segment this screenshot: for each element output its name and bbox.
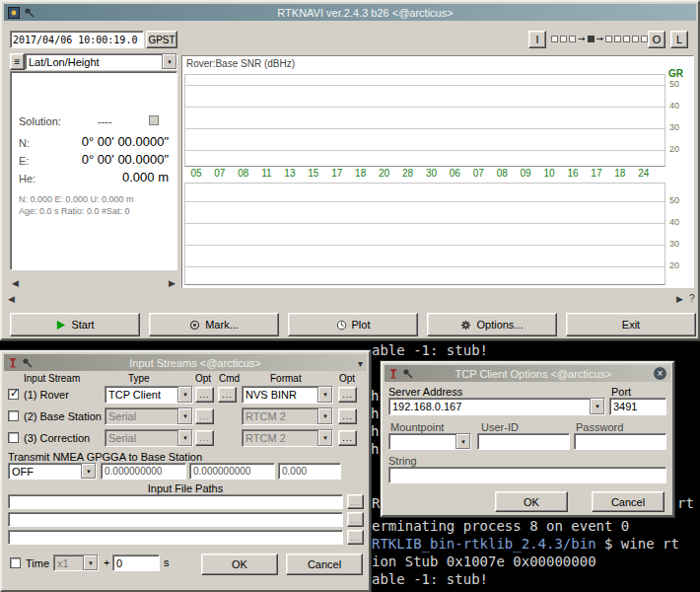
gear-icon bbox=[460, 320, 471, 331]
satellite-id: 20 bbox=[379, 168, 389, 179]
satellite-id: 10 bbox=[543, 168, 554, 179]
file-path-field-2[interactable] bbox=[8, 512, 343, 527]
password-field[interactable] bbox=[574, 433, 666, 450]
satellite-id: 07 bbox=[473, 168, 484, 179]
base-station-checkbox[interactable] bbox=[8, 410, 19, 421]
rover-format-opt-button[interactable]: ... bbox=[338, 387, 357, 403]
rtknavi-window: RTKNAVI ver.2.4.3 b26 <@arcticus> 2017/0… bbox=[0, 0, 700, 340]
chevron-down-icon[interactable] bbox=[177, 408, 192, 424]
chevron-down-icon[interactable] bbox=[590, 399, 604, 414]
list-icon[interactable]: ≡ bbox=[10, 53, 25, 70]
prev-solution-button[interactable]: ◀ bbox=[12, 278, 19, 288]
correction-format-select[interactable]: RTCM 2 bbox=[242, 429, 333, 447]
string-field[interactable] bbox=[388, 467, 666, 483]
file-paths-label: Input File Paths bbox=[2, 482, 369, 494]
time-offset-field[interactable]: 0 bbox=[112, 555, 160, 571]
satellite-id: 30 bbox=[426, 168, 437, 179]
y-tick: 40 bbox=[669, 101, 679, 111]
plus-label: + bbox=[104, 556, 109, 568]
base-format-select[interactable]: RTCM 2 bbox=[242, 407, 333, 425]
satellite-id: 15 bbox=[308, 168, 318, 179]
start-button-label: Start bbox=[71, 319, 94, 331]
chevron-down-icon[interactable] bbox=[317, 408, 332, 424]
display-mode-select[interactable]: Lat/Lon/Height bbox=[25, 53, 177, 70]
wine-glass-icon bbox=[388, 368, 398, 380]
time-checkbox[interactable] bbox=[10, 557, 21, 568]
port-field[interactable]: 3491 bbox=[609, 398, 666, 415]
nmea-height-field[interactable]: 0.000 bbox=[278, 463, 341, 480]
input-streams-indicator-button[interactable]: I bbox=[528, 31, 546, 48]
correction-checkbox[interactable] bbox=[8, 432, 19, 443]
chevron-down-icon[interactable] bbox=[455, 434, 470, 449]
base-station-label: (2) Base Station bbox=[24, 410, 102, 422]
rover-cmd-button[interactable]: ... bbox=[218, 387, 237, 403]
nmea-lon-field[interactable]: 0.000000000 bbox=[189, 463, 275, 480]
next-page-button[interactable]: ▶ bbox=[676, 294, 683, 304]
nmea-lat-field[interactable]: 0.000000000 bbox=[101, 463, 186, 480]
file-path-browse-button-2[interactable]: ... bbox=[347, 512, 364, 527]
options-button[interactable]: Options... bbox=[427, 313, 557, 336]
rtknavi-titlebar[interactable]: RTKNAVI ver.2.4.3 b26 <@arcticus> bbox=[4, 4, 696, 21]
exit-button-label: Exit bbox=[622, 319, 640, 331]
exit-button[interactable]: Exit bbox=[566, 313, 696, 336]
server-address-select[interactable]: 192.168.0.167 bbox=[388, 398, 605, 415]
mountpoint-select[interactable] bbox=[388, 433, 471, 450]
satellite-id: 28 bbox=[402, 168, 413, 179]
stream-led bbox=[623, 36, 630, 42]
correction-opt-button[interactable]: ... bbox=[195, 430, 214, 446]
terminal-line: ion Stub 0x1007e 0x00000000 bbox=[372, 554, 596, 569]
satellite-id: 07 bbox=[214, 168, 225, 179]
chevron-down-icon[interactable] bbox=[177, 430, 192, 446]
correction-type-select[interactable]: Serial bbox=[105, 429, 193, 447]
plot-button-label: Plot bbox=[352, 319, 371, 331]
tcp-options-cancel-button[interactable]: Cancel bbox=[592, 491, 665, 512]
chevron-down-icon[interactable] bbox=[81, 464, 96, 479]
coord-label: E: bbox=[19, 155, 29, 167]
chevron-down-icon[interactable] bbox=[162, 54, 176, 69]
nmea-mode-select[interactable]: OFF bbox=[8, 463, 97, 480]
output-streams-indicator-button[interactable]: O bbox=[648, 31, 665, 48]
pin-icon[interactable] bbox=[22, 357, 33, 368]
input-streams-ok-button[interactable]: OK bbox=[201, 554, 278, 575]
user-id-field[interactable] bbox=[477, 433, 570, 450]
base-format-opt-button[interactable]: ... bbox=[338, 408, 357, 424]
time-multiplier-select[interactable]: x1 bbox=[53, 555, 99, 571]
base-opt-button[interactable]: ... bbox=[195, 408, 214, 424]
pin-icon[interactable] bbox=[402, 368, 413, 379]
chevron-down-icon[interactable] bbox=[317, 430, 332, 446]
input-streams-titlebar[interactable]: Input Streams <@arcticus> bbox=[4, 354, 367, 371]
terminal-line: able -1: stub! bbox=[372, 571, 488, 587]
log-streams-indicator-button[interactable]: L bbox=[670, 31, 688, 48]
file-path-browse-button-3[interactable]: ... bbox=[347, 530, 364, 545]
correction-format-opt-button[interactable]: ... bbox=[338, 430, 357, 446]
file-path-browse-button-1[interactable]: ... bbox=[347, 494, 364, 509]
y-tick: 50 bbox=[669, 79, 679, 89]
help-button[interactable]: ? bbox=[689, 293, 695, 304]
chevron-down-icon[interactable] bbox=[317, 387, 332, 403]
collapse-icon[interactable] bbox=[358, 357, 363, 369]
chevron-down-icon[interactable] bbox=[83, 555, 98, 570]
flow-arrow-icon: → bbox=[578, 35, 586, 43]
time-system-button[interactable]: GPST bbox=[146, 31, 177, 48]
flow-arrow-icon: → bbox=[596, 35, 604, 43]
mark-button[interactable]: Mark... bbox=[149, 313, 279, 336]
prev-page-button[interactable]: ◀ bbox=[8, 294, 15, 304]
rover-type-select[interactable]: TCP Client bbox=[105, 386, 193, 404]
plot-button[interactable]: Plot bbox=[288, 313, 418, 336]
tcp-options-ok-button[interactable]: OK bbox=[495, 491, 568, 512]
rover-opt-button[interactable]: ... bbox=[195, 387, 214, 403]
server-address-label: Server Address bbox=[388, 386, 462, 398]
chevron-down-icon[interactable] bbox=[177, 387, 192, 403]
pin-icon[interactable] bbox=[24, 7, 35, 18]
close-icon[interactable] bbox=[654, 367, 666, 380]
rover-format-select[interactable]: NVS BINR bbox=[242, 386, 333, 404]
file-path-field-1[interactable] bbox=[8, 494, 343, 509]
next-solution-button[interactable]: ▶ bbox=[169, 278, 175, 288]
base-type-select[interactable]: Serial bbox=[105, 407, 193, 425]
file-path-field-3[interactable] bbox=[8, 530, 343, 545]
start-button[interactable]: Start bbox=[10, 313, 140, 336]
tcp-options-titlebar[interactable]: TCP Client Options <@arcticus> bbox=[385, 365, 670, 382]
solution-label: Solution: bbox=[19, 115, 61, 127]
rover-checkbox[interactable] bbox=[8, 389, 19, 400]
input-streams-cancel-button[interactable]: Cancel bbox=[286, 554, 363, 575]
